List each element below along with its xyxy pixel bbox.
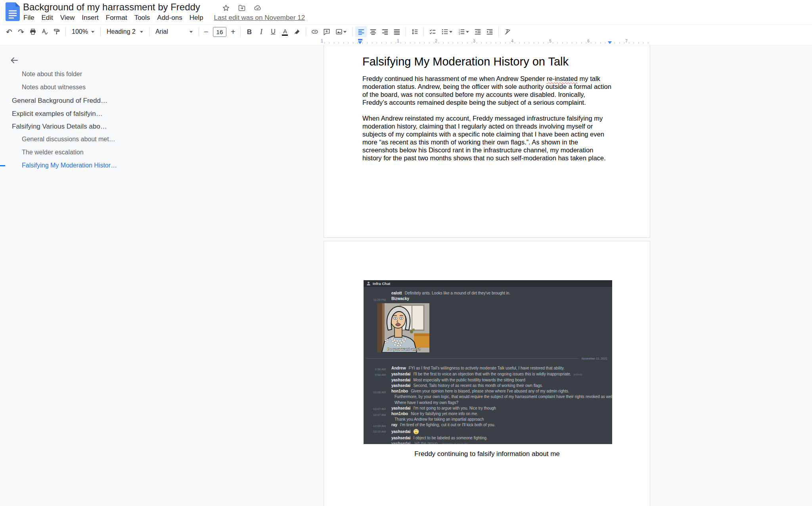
document-title[interactable]: Background of my harrassment by Freddy xyxy=(23,2,200,13)
ruler-number: 6 xyxy=(587,39,590,43)
add-comment-button[interactable] xyxy=(321,26,333,37)
ruler-number: 2 xyxy=(435,39,437,43)
document-outline-pane: Note about this folderNotes about witnes… xyxy=(0,45,167,506)
active-heading-indicator xyxy=(0,165,5,166)
discord-username: yashsedai xyxy=(391,406,410,410)
discord-message-continuation: Where have I worked my own flags? xyxy=(364,400,612,406)
menu-tools[interactable]: Tools xyxy=(131,13,154,23)
bold-button[interactable]: B xyxy=(243,26,255,37)
discord-username: yashsedai xyxy=(391,441,410,444)
page-2[interactable]: Infra Chat ealottDefinitely ants. Looks … xyxy=(324,241,650,506)
last-edit-link[interactable]: Last edit was on November 12 xyxy=(214,14,305,22)
discord-screenshot-image[interactable]: Infra Chat ealottDefinitely ants. Looks … xyxy=(364,280,612,444)
eye-roll-emoji-icon xyxy=(413,429,419,435)
discord-username: yashsedai xyxy=(391,383,410,388)
menu-help[interactable]: Help xyxy=(186,13,207,23)
close-outline-icon[interactable] xyxy=(10,56,19,65)
paint-format-button[interactable] xyxy=(51,26,63,37)
increase-font-size-button[interactable]: + xyxy=(229,27,237,37)
underline-button[interactable]: U xyxy=(267,26,279,37)
spell-check-button[interactable] xyxy=(39,26,51,37)
misspelled-word: re-instated xyxy=(547,75,578,82)
highlight-color-button[interactable] xyxy=(291,26,303,37)
paragraph-1[interactable]: Freddy continued his harassment of me wh… xyxy=(362,75,612,106)
member-left-arrow-icon: ← xyxy=(375,441,380,444)
menu-insert[interactable]: Insert xyxy=(78,13,102,23)
outline-item[interactable]: Note about this folder xyxy=(22,71,82,78)
font-select[interactable]: Arial xyxy=(152,26,196,37)
decrease-indent-button[interactable] xyxy=(472,26,484,37)
star-icon[interactable] xyxy=(221,3,231,13)
discord-username: hon1nbo xyxy=(391,412,408,416)
paragraph-2[interactable]: When Andrew reinstated my account, Fredd… xyxy=(362,114,612,162)
redo-button[interactable]: ↷ xyxy=(15,26,27,37)
menu-addons[interactable]: Add-ons xyxy=(153,13,186,23)
document-canvas: Note about this folderNotes about witnes… xyxy=(0,45,812,506)
menu-edit[interactable]: Edit xyxy=(38,13,56,23)
text-color-button[interactable]: A xyxy=(279,26,291,37)
discord-message: 10:06 AMhon1nboGiven your opinion here i… xyxy=(364,389,612,394)
numbered-list-button[interactable]: 1 2 3 xyxy=(455,26,472,37)
discord-username: yashsedai xyxy=(391,436,410,440)
increase-indent-button[interactable] xyxy=(484,26,496,37)
menu-file[interactable]: File xyxy=(20,13,38,23)
outline-item[interactable]: General Background of Fredd… xyxy=(12,97,107,105)
document-heading[interactable]: Falsifying My Moderation History on Talk xyxy=(362,55,612,68)
print-button[interactable] xyxy=(27,26,39,37)
cloud-saved-icon[interactable] xyxy=(253,3,262,13)
align-right-button[interactable] xyxy=(379,26,391,37)
discord-attachment-image: Do you want ants? xyxy=(377,303,429,352)
message-text: Thank you Andrew for taking an impartial… xyxy=(395,417,484,421)
align-justify-button[interactable] xyxy=(391,26,403,37)
insert-image-button[interactable] xyxy=(333,26,349,37)
message-text: I object to be labeled as someone fighti… xyxy=(413,436,487,440)
discord-leave-message: ← yashsedai left the group. Yesterday at… xyxy=(364,441,612,444)
leave-text: left the group. xyxy=(414,441,439,444)
menu-view[interactable]: View xyxy=(57,13,79,23)
discord-message: 10:07 AMyashsedaiI'm not going to argue … xyxy=(364,406,612,411)
attachment-subtitle-text: Do you want ants? xyxy=(387,347,421,351)
google-docs-icon[interactable] xyxy=(6,2,20,21)
outline-item[interactable]: General discussions about met… xyxy=(22,136,115,143)
bulleted-list-button[interactable] xyxy=(439,26,455,37)
discord-username: yashsedai xyxy=(391,378,410,382)
page-1[interactable]: Falsifying My Moderation History on Talk… xyxy=(324,45,650,238)
date-divider-label: November 11, 2021 xyxy=(582,357,609,360)
undo-button[interactable]: ↶ xyxy=(3,26,15,37)
discord-date-divider: November 11, 2021 xyxy=(366,357,609,360)
checklist-button[interactable] xyxy=(427,26,439,37)
message-text: Nice try falsifying yet more info on me. xyxy=(411,412,478,416)
left-indent-marker[interactable] xyxy=(358,41,362,44)
outline-item[interactable]: Notes about witnesses xyxy=(22,84,86,91)
insert-link-button[interactable] xyxy=(309,26,321,37)
outline-item[interactable]: Explicit examples of falsifyin… xyxy=(12,110,103,118)
discord-message: yashsedaiSecond, Tails history of as rec… xyxy=(364,383,612,389)
discord-username: Bizwacky xyxy=(391,296,409,301)
zoom-select[interactable]: 100% xyxy=(69,26,98,37)
line-spacing-button[interactable] xyxy=(409,26,421,37)
chevron-down-icon xyxy=(449,31,452,33)
move-to-folder-icon[interactable] xyxy=(237,3,247,13)
menu-format[interactable]: Format xyxy=(102,13,131,23)
italic-button[interactable]: I xyxy=(255,26,267,37)
right-indent-marker[interactable] xyxy=(608,41,612,44)
image-caption[interactable]: Freddy continuing to falsify information… xyxy=(362,450,612,458)
ruler-number: 4 xyxy=(511,39,513,43)
chevron-down-icon xyxy=(91,31,94,33)
ruler-number: 7 xyxy=(625,39,628,43)
first-line-indent-marker[interactable] xyxy=(358,39,362,40)
outline-item[interactable]: The welder escalation xyxy=(22,149,84,156)
discord-messages: ealottDefinitely ants. Looks like a moun… xyxy=(364,287,612,444)
font-size-input[interactable]: 16 xyxy=(213,27,226,37)
outline-item[interactable]: Falsifying My Moderation Histor… xyxy=(22,162,117,169)
outline-item[interactable]: Falsifying Various Details abo… xyxy=(12,123,107,131)
ruler[interactable]: 11234567 xyxy=(0,38,812,45)
align-left-button[interactable] xyxy=(355,26,367,37)
message-text: Most especially with the public hostilit… xyxy=(413,378,525,382)
discord-message: 10:07 AMhon1nboNice try falsifying yet m… xyxy=(364,411,612,417)
clear-formatting-button[interactable] xyxy=(502,26,513,37)
message-text: Where have I worked my own flags? xyxy=(395,400,458,405)
align-center-button[interactable] xyxy=(367,26,379,37)
decrease-font-size-button[interactable]: − xyxy=(202,27,211,37)
paragraph-style-select[interactable]: Heading 2 xyxy=(103,26,146,37)
